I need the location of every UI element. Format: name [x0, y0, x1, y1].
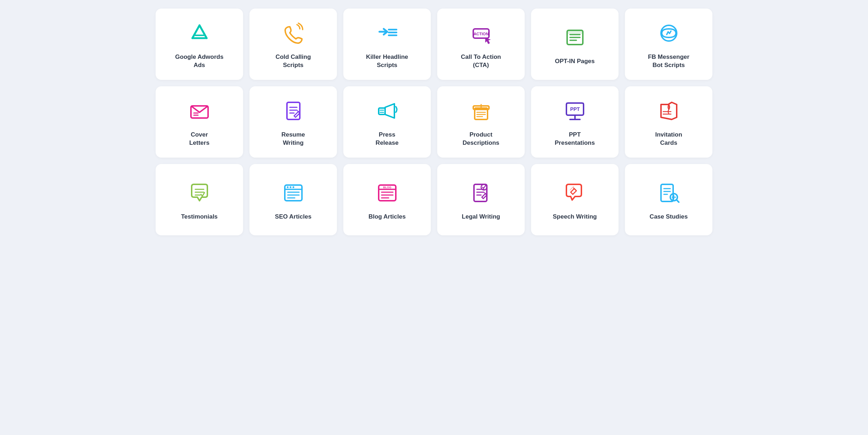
card-invitation-cards[interactable]: InvitationCards	[625, 86, 712, 158]
speech-icon	[562, 180, 588, 206]
card-label: CoverLetters	[189, 131, 210, 147]
card-grid: Google AdwordsAds Cold CallingScripts	[156, 9, 712, 235]
optin-icon	[562, 25, 588, 50]
card-killer-headline[interactable]: Killer HeadlineScripts	[343, 9, 431, 80]
megaphone-icon	[374, 98, 400, 124]
svg-text:PPT: PPT	[570, 106, 580, 112]
card-label: SEO Articles	[275, 213, 311, 221]
card-label: OPT-IN Pages	[555, 57, 595, 66]
card-case-studies[interactable]: Case Studies	[625, 164, 712, 235]
legal-icon	[468, 180, 494, 206]
casestudy-icon	[656, 180, 682, 206]
card-label: Legal Writing	[462, 213, 500, 221]
card-fb-messenger[interactable]: FB MessengerBot Scripts	[625, 9, 712, 80]
svg-point-44	[287, 186, 288, 188]
svg-point-45	[289, 186, 291, 188]
card-label: Testimonials	[181, 213, 218, 221]
ppt-icon: PPT	[562, 98, 588, 124]
card-speech-writing[interactable]: Speech Writing	[531, 164, 619, 235]
card-blog-articles[interactable]: BLOG Blog Articles	[343, 164, 431, 235]
card-label: PressRelease	[375, 131, 398, 147]
cta-icon: ACTION	[468, 20, 494, 46]
svg-marker-7	[485, 38, 490, 44]
product-icon	[468, 98, 494, 124]
card-label: Blog Articles	[368, 213, 405, 221]
card-label: Speech Writing	[553, 213, 597, 221]
svg-rect-12	[567, 30, 583, 34]
card-label: Killer HeadlineScripts	[366, 53, 408, 70]
card-testimonials[interactable]: Testimonials	[156, 164, 243, 235]
card-cover-letters[interactable]: CoverLetters	[156, 86, 243, 158]
card-cold-calling[interactable]: Cold CallingScripts	[249, 9, 337, 80]
card-label: InvitationCards	[655, 131, 682, 147]
testimonial-icon	[187, 180, 212, 206]
card-call-to-action[interactable]: ACTION Call To Action(CTA)	[437, 9, 525, 80]
headline-icon	[374, 20, 400, 46]
card-product-descriptions[interactable]: ProductDescriptions	[437, 86, 525, 158]
card-label: FB MessengerBot Scripts	[648, 53, 689, 70]
svg-rect-22	[379, 108, 385, 114]
svg-text:BLOG: BLOG	[383, 186, 391, 189]
card-label: ProductDescriptions	[463, 131, 499, 147]
card-google-adwords[interactable]: Google AdwordsAds	[156, 9, 243, 80]
invitation-icon	[656, 98, 682, 124]
phone-icon	[281, 20, 306, 46]
card-ppt-presentations[interactable]: PPT PPTPresentations	[531, 86, 619, 158]
card-legal-writing[interactable]: Legal Writing	[437, 164, 525, 235]
card-opt-in[interactable]: OPT-IN Pages	[531, 9, 619, 80]
envelope-icon	[187, 98, 212, 124]
card-label: Call To Action(CTA)	[461, 53, 501, 70]
card-press-release[interactable]: PressRelease	[343, 86, 431, 158]
card-label: ResumeWriting	[281, 131, 305, 147]
svg-line-69	[676, 200, 679, 202]
svg-point-46	[292, 186, 294, 188]
blog-icon: BLOG	[374, 180, 400, 206]
resume-icon	[281, 98, 306, 124]
svg-text:ACTION: ACTION	[473, 32, 488, 36]
card-resume-writing[interactable]: ResumeWriting	[249, 86, 337, 158]
card-label: Case Studies	[650, 213, 688, 221]
card-label: Cold CallingScripts	[276, 53, 311, 70]
seo-icon	[281, 180, 306, 206]
card-seo-articles[interactable]: SEO Articles	[249, 164, 337, 235]
messenger-icon	[656, 20, 682, 46]
card-label: Google AdwordsAds	[175, 53, 223, 70]
adwords-icon	[187, 20, 212, 46]
card-label: PPTPresentations	[555, 131, 595, 147]
